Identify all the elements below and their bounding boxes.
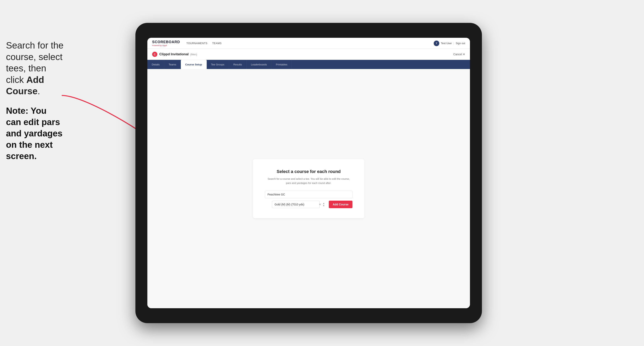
tab-leaderboards[interactable]: Leaderboards bbox=[246, 60, 272, 69]
logo-text: SCOREBOARD bbox=[152, 40, 180, 44]
annotation-note-text: Note: You can edit pars and yardages on … bbox=[6, 105, 64, 162]
tab-results[interactable]: Results bbox=[229, 60, 246, 69]
tournament-icon: C bbox=[152, 52, 157, 57]
signout-link[interactable]: Sign out bbox=[456, 42, 465, 45]
nav-teams[interactable]: TEAMS bbox=[212, 42, 222, 45]
chevron-down-icon: ▼ bbox=[323, 205, 325, 207]
tab-bar: Details Teams Course Setup Tee Groups Re… bbox=[147, 60, 470, 69]
course-card-title: Select a course for each round bbox=[265, 169, 352, 174]
navbar-right: T Test User | Sign out bbox=[434, 40, 465, 46]
close-icon: ✕ bbox=[463, 53, 465, 56]
tee-select-input[interactable] bbox=[272, 201, 320, 208]
course-search-input[interactable] bbox=[265, 191, 352, 198]
course-card: Select a course for each round Search fo… bbox=[253, 159, 364, 218]
user-avatar: T bbox=[434, 40, 439, 46]
tee-clear-icon[interactable]: ✕ bbox=[319, 203, 321, 206]
main-content: Select a course for each round Search fo… bbox=[147, 69, 470, 308]
tablet-device: SCOREBOARD Powered by clippd TOURNAMENTS… bbox=[136, 23, 482, 323]
tournament-badge: (Men) bbox=[190, 53, 197, 56]
logo-sub: Powered by clippd bbox=[152, 44, 180, 46]
cancel-label: Cancel bbox=[453, 53, 462, 56]
tab-details[interactable]: Details bbox=[147, 60, 164, 69]
separator: | bbox=[454, 42, 454, 45]
user-name: Test User bbox=[441, 42, 452, 45]
navbar-logo: SCOREBOARD Powered by clippd bbox=[152, 40, 180, 46]
tab-course-setup[interactable]: Course Setup bbox=[181, 60, 207, 69]
course-card-description: Search for a course and select a tee. Yo… bbox=[265, 177, 352, 185]
tournament-header: C Clippd Invitational (Men) Cancel ✕ bbox=[147, 49, 470, 60]
tee-selector-row: ✕ ▲ ▼ Add Course bbox=[265, 201, 352, 208]
tournament-name: Clippd Invitational bbox=[159, 52, 188, 56]
chevron-up-icon: ▲ bbox=[323, 202, 325, 204]
navbar-links: TOURNAMENTS TEAMS bbox=[186, 42, 434, 45]
annotation-search-text: Search for the course, select tees, then… bbox=[6, 40, 64, 97]
cancel-button[interactable]: Cancel ✕ bbox=[453, 53, 465, 56]
add-course-button[interactable]: Add Course bbox=[329, 201, 352, 208]
tee-select-wrapper: ✕ ▲ ▼ bbox=[265, 201, 327, 208]
tablet-screen: SCOREBOARD Powered by clippd TOURNAMENTS… bbox=[147, 38, 470, 308]
tab-printables[interactable]: Printables bbox=[272, 60, 292, 69]
tee-select-arrows: ▲ ▼ bbox=[323, 202, 325, 207]
tab-tee-groups[interactable]: Tee Groups bbox=[207, 60, 229, 69]
annotation-area: Search for the course, select tees, then… bbox=[6, 40, 64, 162]
navbar: SCOREBOARD Powered by clippd TOURNAMENTS… bbox=[147, 38, 470, 49]
tab-teams[interactable]: Teams bbox=[164, 60, 181, 69]
nav-tournaments[interactable]: TOURNAMENTS bbox=[186, 42, 208, 45]
